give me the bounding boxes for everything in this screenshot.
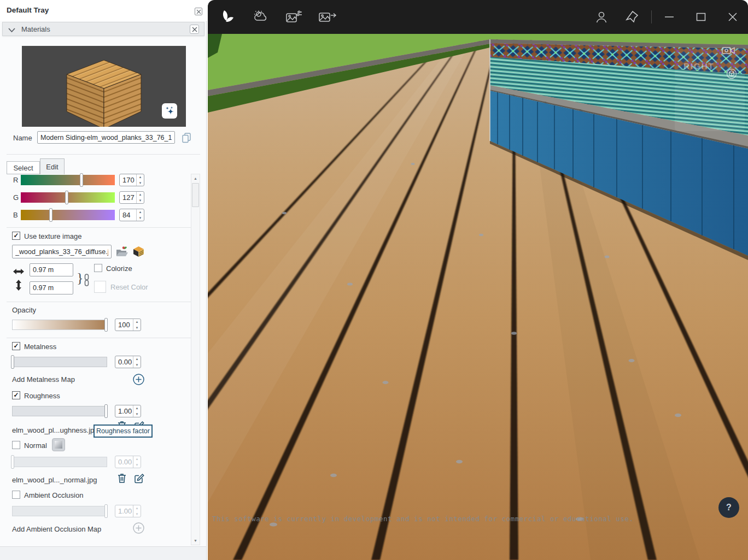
tab-select[interactable]: Select [7, 161, 40, 174]
opacity-slider-handle[interactable] [104, 318, 108, 332]
r-spin-up[interactable]: ▲ [137, 174, 144, 180]
use-texture-checkbox[interactable] [12, 232, 20, 240]
environment-weather-icon[interactable] [253, 10, 269, 24]
roughness-value-input[interactable] [115, 405, 133, 417]
roughness-slider-handle[interactable] [104, 404, 108, 418]
normal-spinbox: ▲▼ [115, 456, 141, 468]
normal-spin-down: ▼ [133, 462, 141, 468]
texture-swatch-icon[interactable] [132, 245, 145, 260]
add-ao-map-icon [132, 522, 145, 537]
opacity-spin-up[interactable]: ▲ [133, 319, 141, 325]
g-spin-up[interactable]: ▲ [137, 192, 144, 198]
b-label: B [13, 211, 18, 219]
opacity-spin-down[interactable]: ▼ [133, 325, 141, 331]
opacity-value-input[interactable] [115, 319, 133, 331]
normal-slider-handle [11, 455, 14, 469]
g-value-input[interactable] [120, 192, 136, 203]
normal-map-filename: elm_wood_pl..._normal.jpg [12, 476, 97, 484]
normal-map-delete-icon[interactable] [116, 472, 128, 486]
r-slider-handle[interactable] [80, 173, 83, 187]
b-spin-up[interactable]: ▲ [137, 209, 144, 215]
r-spinbox[interactable]: ▲▼ [119, 174, 144, 186]
app-logo-icon[interactable] [220, 9, 234, 25]
ambient-occlusion-label: Ambient Occlusion [24, 491, 83, 499]
roughness-checkbox[interactable] [12, 391, 20, 399]
opacity-slider[interactable] [12, 320, 107, 330]
normal-checkbox[interactable] [12, 441, 20, 449]
colorize-checkbox[interactable] [94, 264, 102, 272]
normal-map-edit-icon[interactable] [133, 472, 145, 486]
help-button[interactable]: ? [718, 497, 739, 518]
scrollbar-thumb[interactable] [192, 183, 199, 207]
close-button[interactable] [727, 11, 738, 22]
b-slider[interactable] [21, 210, 115, 220]
material-preview-cube [22, 46, 186, 127]
metalness-label: Metalness [24, 343, 56, 351]
scene-3d-view[interactable]: RIGHT [208, 34, 748, 560]
reset-color-label: Reset Color [110, 283, 148, 291]
render-viewport: RIGHT This software is currently in deve… [208, 0, 748, 560]
sparkle-icon [164, 105, 175, 116]
roughness-slider[interactable] [12, 406, 107, 416]
link-chain-icon[interactable] [83, 273, 90, 290]
scroll-up-button[interactable]: ▲ [191, 174, 200, 182]
ao-spin-up: ▲ [133, 505, 141, 511]
roughness-spinbox[interactable]: ▲▼ [115, 405, 141, 417]
r-spin-down[interactable]: ▼ [137, 180, 144, 186]
roughness-label: Roughness [24, 392, 60, 400]
tray-footer [0, 546, 206, 560]
copy-name-icon[interactable] [180, 132, 192, 146]
materials-close-icon[interactable] [190, 25, 199, 34]
normal-label: Normal [24, 441, 47, 450]
minimize-button[interactable] [664, 11, 675, 22]
roughness-spin-up[interactable]: ▲ [133, 405, 141, 411]
texture-height-input[interactable] [30, 281, 73, 294]
material-name-input[interactable] [37, 131, 175, 144]
ai-sparkle-button[interactable] [162, 103, 177, 119]
r-value-input[interactable] [120, 174, 136, 186]
texture-width-input[interactable] [30, 263, 73, 276]
g-spin-down[interactable]: ▼ [137, 198, 144, 204]
image-settings-icon[interactable] [285, 10, 303, 24]
texture-width-icon [13, 267, 24, 277]
opacity-spinbox[interactable]: ▲▼ [115, 319, 141, 331]
ambient-occlusion-checkbox[interactable] [12, 491, 20, 499]
open-file-icon[interactable] [115, 245, 128, 260]
roughness-spin-down[interactable]: ▼ [133, 411, 141, 417]
aspect-brace: } [77, 270, 83, 286]
tray-scrollbar[interactable]: ▲ ▼ [191, 174, 200, 545]
g-slider-handle[interactable] [65, 191, 68, 204]
r-label: R [13, 176, 18, 184]
tab-edit[interactable]: Edit [40, 158, 65, 174]
metalness-slider-handle[interactable] [11, 355, 14, 369]
account-icon[interactable] [594, 10, 609, 24]
divider [7, 227, 200, 228]
metalness-spin-up[interactable]: ▲ [133, 356, 141, 362]
tray-close-icon[interactable] [195, 8, 202, 15]
maximize-button[interactable] [696, 11, 706, 22]
metalness-spinbox[interactable]: ▲▼ [115, 356, 141, 368]
view-orientation-label: RIGHT [683, 61, 715, 70]
b-slider-handle[interactable] [49, 208, 52, 222]
chevron-down-icon[interactable] [8, 26, 16, 36]
materials-section-header[interactable]: Materials [2, 22, 204, 36]
texture-file-input[interactable] [12, 245, 112, 258]
roughness-factor-tooltip: Roughness factor [94, 425, 153, 438]
normal-spin-up: ▲ [133, 456, 141, 462]
g-spinbox[interactable]: ▲▼ [119, 191, 144, 204]
metalness-checkbox[interactable] [12, 342, 20, 350]
b-value-input[interactable] [120, 209, 136, 221]
image-export-icon[interactable] [318, 10, 337, 24]
scroll-down-button[interactable]: ▼ [191, 537, 200, 545]
reset-color-swatch [94, 281, 106, 293]
pin-icon[interactable] [625, 10, 639, 24]
materials-section-title: Materials [21, 25, 50, 33]
metalness-spin-down[interactable]: ▼ [133, 362, 141, 368]
normal-thumbnail-icon[interactable] [52, 438, 65, 451]
add-metalness-map-icon[interactable] [132, 373, 145, 388]
b-spinbox[interactable]: ▲▼ [119, 209, 144, 221]
r-slider[interactable] [21, 175, 115, 185]
metalness-value-input[interactable] [115, 356, 133, 368]
b-spin-down[interactable]: ▼ [137, 215, 144, 221]
metalness-slider[interactable] [12, 357, 107, 367]
